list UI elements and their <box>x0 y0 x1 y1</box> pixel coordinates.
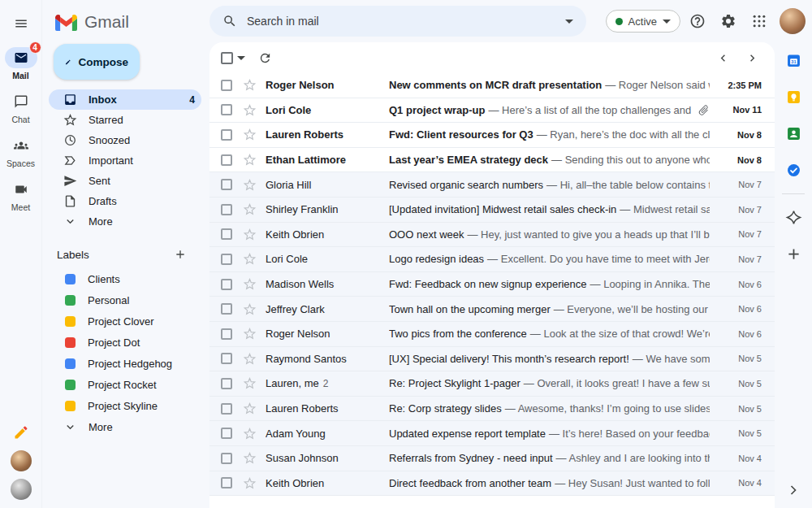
email-checkbox[interactable] <box>221 403 232 415</box>
email-subject: Last year’s EMEA strategy deck <box>389 154 548 166</box>
email-sender: Lori Cole <box>266 253 389 265</box>
secondary-account-avatar[interactable] <box>11 450 32 471</box>
star-button[interactable] <box>243 476 257 490</box>
email-checkbox[interactable] <box>221 104 232 115</box>
email-row[interactable]: Shirley Franklin [Updated invitation] Mi… <box>209 198 775 223</box>
sidebar-item-snoozed[interactable]: Snoozed <box>49 130 201 150</box>
show-side-panel-button[interactable] <box>785 482 801 498</box>
sidebar-label[interactable]: Project Skyline <box>49 396 201 416</box>
search-options-icon[interactable] <box>565 20 573 24</box>
star-button[interactable] <box>243 78 257 92</box>
email-checkbox[interactable] <box>221 477 232 488</box>
email-row[interactable]: Lauren, me2 Re: Project Skylight 1-pager… <box>209 371 775 397</box>
email-row[interactable]: Ethan Lattimore Last year’s EMEA strateg… <box>209 148 775 173</box>
star-button[interactable] <box>243 352 257 366</box>
rail-item-spaces[interactable]: Spaces <box>5 135 37 168</box>
star-button[interactable] <box>243 402 257 415</box>
keep-button[interactable] <box>785 89 802 106</box>
sidebar-item-drafts[interactable]: Drafts <box>49 191 201 211</box>
email-row[interactable]: Lori Cole Logo redesign ideas— Excellent… <box>209 247 775 272</box>
sidebar-item-important[interactable]: Important <box>49 150 201 171</box>
sidebar-label[interactable]: Project Rocket <box>49 375 201 395</box>
email-checkbox[interactable] <box>221 228 232 240</box>
email-checkbox[interactable] <box>221 328 232 340</box>
star-button[interactable] <box>243 277 257 291</box>
email-checkbox[interactable] <box>221 378 232 389</box>
email-row[interactable]: Keith Obrien Direct feedback from anothe… <box>209 471 775 497</box>
star-button[interactable] <box>243 128 257 141</box>
newer-page-button[interactable] <box>711 46 734 69</box>
sidebar-item-inbox[interactable]: Inbox 4 <box>49 89 201 110</box>
email-row[interactable]: Lauren Roberts Re: Corp strategy slides—… <box>209 397 775 422</box>
sidebar-label[interactable]: Project Dot <box>49 332 201 353</box>
profile-avatar[interactable] <box>780 8 806 34</box>
star-button[interactable] <box>243 153 257 167</box>
calendar-button[interactable]: 31 <box>785 52 802 69</box>
rail-item-mail[interactable]: 4 Mail <box>5 47 37 80</box>
email-row[interactable]: Madison Wells Fwd: Feedback on new signu… <box>209 272 775 297</box>
star-icon <box>243 252 257 266</box>
search-input[interactable] <box>247 15 555 28</box>
apps-button[interactable] <box>745 7 773 35</box>
email-row[interactable]: Lori Cole Q1 project wrap-up— Here’s a l… <box>209 98 775 124</box>
sidebar-label[interactable]: Project Hedgehog <box>49 354 201 374</box>
star-button[interactable] <box>243 327 257 341</box>
star-button[interactable] <box>243 103 257 117</box>
sidebar-item-sent[interactable]: Sent <box>49 171 201 191</box>
email-checkbox[interactable] <box>221 353 232 364</box>
email-checkbox[interactable] <box>221 279 232 290</box>
sidebar-item-starred[interactable]: Starred <box>49 110 201 130</box>
contacts-button[interactable] <box>785 125 802 142</box>
tasks-button[interactable] <box>785 162 802 179</box>
star-button[interactable] <box>243 228 257 241</box>
settings-button[interactable] <box>715 7 742 35</box>
email-row[interactable]: Gloria Hill Revised organic search numbe… <box>209 172 775 198</box>
sidebar-label[interactable]: Project Clover <box>49 311 201 332</box>
email-row[interactable]: Keith Obrien OOO next week— Hey, just wa… <box>209 223 775 248</box>
email-checkbox[interactable] <box>221 254 232 265</box>
star-button[interactable] <box>243 202 257 216</box>
search-bar[interactable] <box>209 6 586 37</box>
star-button[interactable] <box>243 451 257 465</box>
select-options-icon[interactable] <box>237 56 245 60</box>
star-button[interactable] <box>243 376 257 390</box>
rail-item-chat[interactable]: Chat <box>5 91 37 124</box>
email-checkbox[interactable] <box>221 154 232 166</box>
addon-button[interactable] <box>785 209 802 226</box>
star-button[interactable] <box>243 178 257 192</box>
email-checkbox[interactable] <box>221 179 232 190</box>
refresh-button[interactable] <box>253 46 276 69</box>
email-row[interactable]: Roger Nelson Two pics from the conferenc… <box>209 322 775 347</box>
email-sender: Lauren Roberts <box>266 128 389 141</box>
help-button[interactable] <box>684 7 711 35</box>
tertiary-account-avatar[interactable] <box>11 479 32 500</box>
sidebar-item-more[interactable]: More <box>49 211 201 232</box>
star-button[interactable] <box>243 427 257 441</box>
email-checkbox[interactable] <box>221 204 232 215</box>
email-checkbox[interactable] <box>221 428 232 439</box>
pencil-icon[interactable] <box>13 424 29 443</box>
email-checkbox[interactable] <box>221 303 232 315</box>
get-addons-button[interactable] <box>785 245 802 263</box>
email-row[interactable]: Susan Johnson Referrals from Sydney - ne… <box>209 446 775 471</box>
email-row[interactable]: Jeffrey Clark Town hall on the upcoming … <box>209 297 775 322</box>
email-checkbox[interactable] <box>221 453 232 464</box>
star-button[interactable] <box>243 252 257 266</box>
create-label-button[interactable] <box>172 246 188 263</box>
status-selector[interactable]: Active <box>606 10 680 33</box>
email-checkbox[interactable] <box>221 129 232 141</box>
email-row[interactable]: Adam Young Updated expense report templa… <box>209 421 775 446</box>
email-checkbox[interactable] <box>221 80 232 91</box>
email-row[interactable]: Lauren Roberts Fwd: Client resources for… <box>209 123 775 148</box>
star-button[interactable] <box>243 302 257 316</box>
sidebar-label[interactable]: Clients <box>49 269 201 289</box>
sidebar-labels-more[interactable]: More <box>49 417 201 437</box>
rail-item-meet[interactable]: Meet <box>5 179 37 212</box>
email-row[interactable]: Raymond Santos [UX] Special delivery! Th… <box>209 347 775 372</box>
sidebar-label[interactable]: Personal <box>49 290 201 310</box>
compose-button[interactable]: Compose <box>54 44 140 80</box>
main-menu-button[interactable] <box>7 10 35 37</box>
older-page-button[interactable] <box>741 46 763 69</box>
email-row[interactable]: Roger Nelson New comments on MCR draft p… <box>209 73 775 98</box>
select-all-checkbox[interactable] <box>221 52 233 64</box>
